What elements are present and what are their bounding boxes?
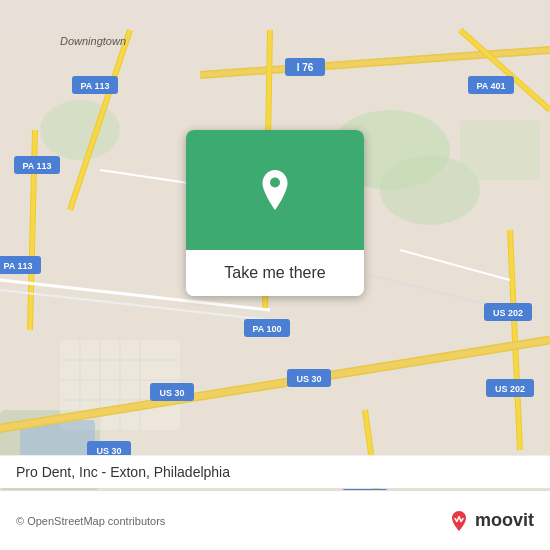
svg-text:PA 401: PA 401 — [476, 81, 505, 91]
svg-text:US 202: US 202 — [493, 308, 523, 318]
take-me-there-button[interactable]: Take me there — [186, 250, 364, 296]
svg-text:PA 113: PA 113 — [80, 81, 109, 91]
moovit-icon — [447, 509, 471, 533]
bottom-bar: © OpenStreetMap contributors moovit — [0, 490, 550, 550]
navigation-card: Take me there — [186, 130, 364, 296]
card-map-area — [186, 130, 364, 250]
moovit-brand-text: moovit — [475, 510, 534, 531]
svg-text:Downingtown: Downingtown — [60, 35, 126, 47]
svg-text:I 76: I 76 — [297, 62, 314, 73]
svg-text:US 30: US 30 — [296, 374, 321, 384]
svg-text:US 30: US 30 — [159, 388, 184, 398]
attribution-text: © OpenStreetMap contributors — [16, 515, 165, 527]
svg-text:PA 113: PA 113 — [22, 161, 51, 171]
moovit-logo: moovit — [447, 509, 534, 533]
place-name-bar: Pro Dent, Inc - Exton, Philadelphia — [0, 455, 550, 488]
svg-rect-5 — [460, 120, 540, 180]
svg-text:PA 100: PA 100 — [252, 324, 281, 334]
map-container: I 76 PA 113 PA 113 PA 113 PA 401 PA 100 … — [0, 0, 550, 550]
svg-point-62 — [270, 178, 280, 188]
svg-text:US 202: US 202 — [495, 384, 525, 394]
location-pin-icon — [255, 170, 295, 210]
svg-text:PA 113: PA 113 — [3, 261, 32, 271]
place-name-text: Pro Dent, Inc - Exton, Philadelphia — [16, 464, 230, 480]
svg-point-4 — [40, 100, 120, 160]
